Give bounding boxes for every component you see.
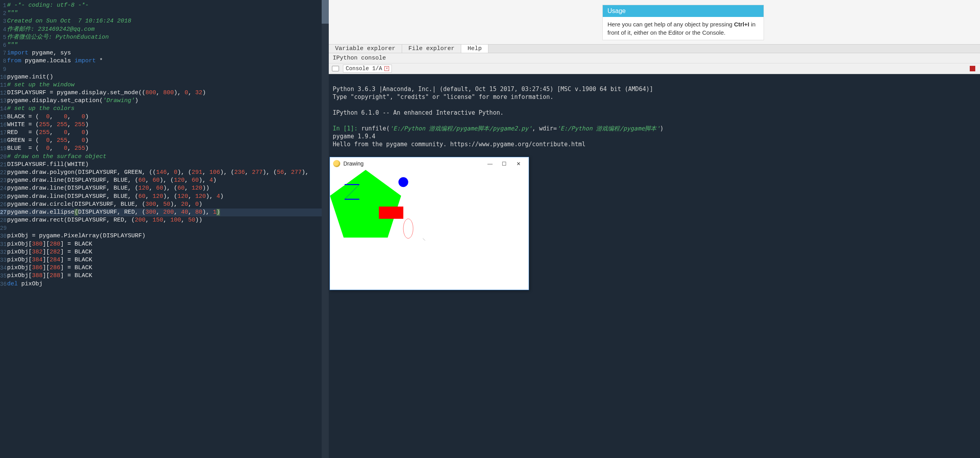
code-line[interactable]: 12DISPLAYSURF = pygame.display.set_mode(… <box>0 89 329 97</box>
code-line[interactable]: 31pixObj[380][280] = BLACK <box>0 240 329 248</box>
code-line[interactable]: 25pygame.draw.line(DISPLAYSURF, BLUE, (6… <box>0 193 329 201</box>
line-number: 33 <box>0 256 7 264</box>
line-number: 27 <box>0 209 7 216</box>
code-text: pygame.draw.line(DISPLAYSURF, BLUE, (60,… <box>7 193 224 201</box>
line-number: 28 <box>0 216 7 224</box>
code-line[interactable]: 22pygame.draw.polygon(DISPLAYSURF, GREEN… <box>0 169 329 177</box>
code-text: pixObj[380][280] = BLACK <box>7 240 92 248</box>
code-text: pygame.draw.line(DISPLAYSURF, BLUE, (60,… <box>7 177 216 184</box>
line-number: 18 <box>0 137 7 145</box>
code-line[interactable]: 18GREEN = ( 0, 255, 0) <box>0 137 329 145</box>
code-text: """ <box>7 9 18 17</box>
code-editor[interactable]: 1# -*- coding: utf-8 -*-2"""3Created on … <box>0 0 329 458</box>
code-line[interactable]: 3Created on Sun Oct 7 10:16:24 2018 <box>0 17 329 25</box>
line-number: 17 <box>0 129 7 137</box>
code-line[interactable]: 11# set up the window <box>0 81 329 89</box>
code-text: pixObj[388][288] = BLACK <box>7 272 92 280</box>
code-line[interactable]: 16WHITE = (255, 255, 255) <box>0 121 329 129</box>
code-line[interactable]: 1# -*- coding: utf-8 -*- <box>0 2 329 9</box>
minimize-button[interactable]: — <box>483 158 497 169</box>
tab-variable-explorer[interactable]: Variable explorer <box>329 45 402 53</box>
code-text: BLUE = ( 0, 0, 255) <box>7 145 89 153</box>
code-line[interactable]: 19BLUE = ( 0, 0, 255) <box>0 145 329 153</box>
console-out-2: Hello from the pygame community. https:/… <box>333 141 585 148</box>
code-text: BLACK = ( 0, 0, 0) <box>7 113 89 121</box>
usage-text-pre: Here you can get help of any object by p… <box>607 21 734 28</box>
line-number: 22 <box>0 169 7 177</box>
code-line[interactable]: 35pixObj[388][288] = BLACK <box>0 272 329 280</box>
code-line[interactable]: 9 <box>0 65 329 73</box>
code-line[interactable]: 24pygame.draw.line(DISPLAYSURF, BLUE, (1… <box>0 184 329 192</box>
code-line[interactable]: 14# set up the colors <box>0 105 329 113</box>
pygame-title: Drawing <box>343 160 483 167</box>
code-text: """ <box>7 41 18 49</box>
help-panel: Usage Here you can get help of any objec… <box>329 0 980 44</box>
code-line[interactable]: 29 <box>0 224 329 232</box>
stop-icon[interactable] <box>970 66 975 71</box>
code-line[interactable]: 13pygame.display.set_caption('Drawing') <box>0 97 329 105</box>
console-wdir: , wdir= <box>532 125 557 132</box>
line-number: 36 <box>0 280 7 288</box>
usage-box: Usage Here you can get help of any objec… <box>602 5 764 40</box>
code-line[interactable]: 36del pixObj <box>0 280 329 288</box>
pygame-window[interactable]: Drawing — ☐ ✕ <box>330 157 529 290</box>
console-prompt: In [1]: <box>333 125 361 132</box>
editor-scrollbar[interactable] <box>322 0 329 458</box>
code-line[interactable]: 21DISPLAYSURF.fill(WHITE) <box>0 161 329 169</box>
code-text: pixObj[386][286] = BLACK <box>7 264 92 272</box>
line-number: 26 <box>0 201 7 209</box>
line-number: 32 <box>0 248 7 256</box>
line-number: 7 <box>0 49 7 57</box>
code-line[interactable]: 2""" <box>0 9 329 17</box>
code-line[interactable]: 7import pygame, sys <box>0 49 329 57</box>
maximize-button[interactable]: ☐ <box>497 158 511 169</box>
code-line[interactable]: 28pygame.draw.rect(DISPLAYSURF, RED, (20… <box>0 216 329 224</box>
code-text: 作者邮件: 231469242@qq.com <box>7 26 95 34</box>
code-text: pixObj[384][284] = BLACK <box>7 256 92 264</box>
code-line[interactable]: 30pixObj = pygame.PixelArray(DISPLAYSURF… <box>0 232 329 240</box>
code-text: pixObj = pygame.PixelArray(DISPLAYSURF) <box>7 232 145 240</box>
code-text: DISPLAYSURF = pygame.display.set_mode((8… <box>7 89 206 97</box>
code-line[interactable]: 33pixObj[384][284] = BLACK <box>0 256 329 264</box>
code-text: pygame.init() <box>7 73 53 81</box>
line-number: 31 <box>0 240 7 248</box>
code-text: pygame.draw.line(DISPLAYSURF, BLUE, (120… <box>7 184 209 192</box>
svg-point-6 <box>403 219 413 238</box>
code-line[interactable]: 23pygame.draw.line(DISPLAYSURF, BLUE, (6… <box>0 177 329 184</box>
line-number: 10 <box>0 73 7 81</box>
code-line[interactable]: 26pygame.draw.circle(DISPLAYSURF, BLUE, … <box>0 201 329 209</box>
code-line[interactable]: 8from pygame.locals import * <box>0 57 329 65</box>
tab-help[interactable]: Help <box>461 45 488 53</box>
code-line[interactable]: 17RED = (255, 0, 0) <box>0 129 329 137</box>
code-text: # set up the colors <box>7 105 75 113</box>
code-line[interactable]: 5作者微信公众号: PythonEducation <box>0 34 329 41</box>
code-line[interactable]: 27pygame.draw.ellipse(DISPLAYSURF, RED, … <box>0 209 329 216</box>
code-line[interactable]: 6""" <box>0 41 329 49</box>
code-text: pygame.draw.rect(DISPLAYSURF, RED, (200,… <box>7 216 202 224</box>
line-number: 6 <box>0 41 7 49</box>
line-number: 12 <box>0 89 7 97</box>
code-text: RED = (255, 0, 0) <box>7 129 89 137</box>
code-text: from pygame.locals import * <box>7 57 103 65</box>
line-number: 30 <box>0 232 7 240</box>
console-tabs-row: Console 1/A × <box>329 63 980 74</box>
code-line[interactable]: 10pygame.init() <box>0 73 329 81</box>
code-line[interactable]: 20# draw on the surface object <box>0 153 329 161</box>
console-tab[interactable]: Console 1/A × <box>343 65 392 73</box>
pygame-titlebar[interactable]: Drawing — ☐ ✕ <box>330 157 529 170</box>
code-line[interactable]: 34pixObj[386][286] = BLACK <box>0 264 329 272</box>
code-text: WHITE = (255, 255, 255) <box>7 121 89 129</box>
code-line[interactable]: 32pixObj[382][282] = BLACK <box>0 248 329 256</box>
svg-point-4 <box>399 177 408 187</box>
code-text: # -*- coding: utf-8 -*- <box>7 2 89 9</box>
code-line[interactable]: 4作者邮件: 231469242@qq.com <box>0 26 329 34</box>
tab-file-explorer[interactable]: File explorer <box>402 45 461 53</box>
code-text: GREEN = ( 0, 255, 0) <box>7 137 89 145</box>
close-button[interactable]: ✕ <box>511 158 525 169</box>
folder-icon[interactable] <box>332 66 339 71</box>
line-number: 1 <box>0 2 7 9</box>
close-icon[interactable]: × <box>384 66 389 71</box>
svg-rect-11 <box>425 240 425 241</box>
scrollbar-thumb[interactable] <box>322 0 329 24</box>
code-line[interactable]: 15BLACK = ( 0, 0, 0) <box>0 113 329 121</box>
